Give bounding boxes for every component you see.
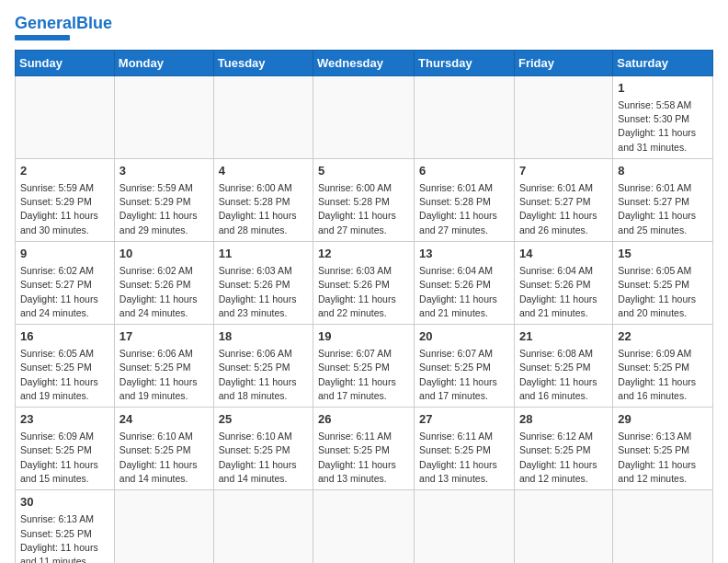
day-info: Sunrise: 6:06 AMSunset: 5:25 PMDaylight:… xyxy=(119,347,209,403)
day-number: 13 xyxy=(419,246,509,262)
week-row-1: 1Sunrise: 5:58 AMSunset: 5:30 PMDaylight… xyxy=(16,75,713,158)
day-cell: 1Sunrise: 5:58 AMSunset: 5:30 PMDaylight… xyxy=(613,75,713,158)
day-info: Sunrise: 6:05 AMSunset: 5:25 PMDaylight:… xyxy=(618,264,708,320)
day-cell: 12Sunrise: 6:03 AMSunset: 5:26 PMDayligh… xyxy=(313,241,415,324)
day-cell: 19Sunrise: 6:07 AMSunset: 5:25 PMDayligh… xyxy=(313,324,415,407)
day-cell: 7Sunrise: 6:01 AMSunset: 5:27 PMDaylight… xyxy=(514,158,612,241)
day-number: 17 xyxy=(119,328,209,345)
day-number: 9 xyxy=(20,246,109,262)
weekday-monday: Monday xyxy=(114,50,213,75)
weekday-friday: Friday xyxy=(514,50,612,75)
day-info: Sunrise: 6:09 AMSunset: 5:25 PMDaylight:… xyxy=(618,347,708,403)
day-cell xyxy=(415,75,515,158)
weekday-header-row: SundayMondayTuesdayWednesdayThursdayFrid… xyxy=(16,50,713,75)
day-cell: 30Sunrise: 6:13 AMSunset: 5:25 PMDayligh… xyxy=(16,490,115,563)
day-info: Sunrise: 6:08 AMSunset: 5:25 PMDaylight:… xyxy=(519,347,608,403)
day-cell: 23Sunrise: 6:09 AMSunset: 5:25 PMDayligh… xyxy=(16,408,115,490)
weekday-wednesday: Wednesday xyxy=(313,50,415,75)
header: GeneralBlue xyxy=(15,15,713,40)
logo-text: GeneralBlue xyxy=(15,15,112,33)
day-number: 1 xyxy=(618,80,708,97)
weekday-sunday: Sunday xyxy=(16,50,115,75)
day-info: Sunrise: 5:59 AMSunset: 5:29 PMDaylight:… xyxy=(20,181,109,237)
day-number: 30 xyxy=(20,494,109,511)
day-cell: 16Sunrise: 6:05 AMSunset: 5:25 PMDayligh… xyxy=(16,324,115,407)
day-info: Sunrise: 6:13 AMSunset: 5:25 PMDaylight:… xyxy=(20,512,109,563)
day-number: 7 xyxy=(519,163,608,179)
day-info: Sunrise: 5:58 AMSunset: 5:30 PMDaylight:… xyxy=(618,98,708,155)
day-info: Sunrise: 6:00 AMSunset: 5:28 PMDaylight:… xyxy=(318,181,409,237)
week-row-2: 2Sunrise: 5:59 AMSunset: 5:29 PMDaylight… xyxy=(16,158,713,241)
day-number: 22 xyxy=(618,328,708,345)
week-row-4: 16Sunrise: 6:05 AMSunset: 5:25 PMDayligh… xyxy=(16,324,713,407)
day-cell xyxy=(114,75,213,158)
day-number: 6 xyxy=(419,163,509,179)
day-info: Sunrise: 6:13 AMSunset: 5:25 PMDaylight:… xyxy=(618,430,708,486)
day-cell: 9Sunrise: 6:02 AMSunset: 5:27 PMDaylight… xyxy=(16,241,115,324)
day-cell: 11Sunrise: 6:03 AMSunset: 5:26 PMDayligh… xyxy=(213,241,313,324)
day-info: Sunrise: 6:11 AMSunset: 5:25 PMDaylight:… xyxy=(318,430,409,486)
day-number: 10 xyxy=(119,246,209,262)
calendar-table: SundayMondayTuesdayWednesdayThursdayFrid… xyxy=(15,50,713,563)
day-number: 26 xyxy=(318,411,409,428)
day-info: Sunrise: 6:02 AMSunset: 5:26 PMDaylight:… xyxy=(119,264,209,320)
logo-blue: Blue xyxy=(76,14,112,32)
day-info: Sunrise: 5:59 AMSunset: 5:29 PMDaylight:… xyxy=(119,181,209,237)
logo: GeneralBlue xyxy=(15,15,112,40)
day-number: 8 xyxy=(618,163,708,179)
day-cell: 29Sunrise: 6:13 AMSunset: 5:25 PMDayligh… xyxy=(613,408,713,490)
day-cell xyxy=(114,490,213,563)
day-cell: 26Sunrise: 6:11 AMSunset: 5:25 PMDayligh… xyxy=(313,408,415,490)
week-row-3: 9Sunrise: 6:02 AMSunset: 5:27 PMDaylight… xyxy=(16,241,713,324)
day-cell xyxy=(16,75,115,158)
day-cell: 27Sunrise: 6:11 AMSunset: 5:25 PMDayligh… xyxy=(415,408,515,490)
day-cell: 14Sunrise: 6:04 AMSunset: 5:26 PMDayligh… xyxy=(514,241,612,324)
day-cell xyxy=(213,75,313,158)
day-info: Sunrise: 6:01 AMSunset: 5:27 PMDaylight:… xyxy=(519,181,608,237)
day-cell: 4Sunrise: 6:00 AMSunset: 5:28 PMDaylight… xyxy=(213,158,313,241)
week-row-6: 30Sunrise: 6:13 AMSunset: 5:25 PMDayligh… xyxy=(16,490,713,563)
day-number: 25 xyxy=(219,411,308,428)
day-cell: 21Sunrise: 6:08 AMSunset: 5:25 PMDayligh… xyxy=(514,324,612,407)
day-info: Sunrise: 6:12 AMSunset: 5:25 PMDaylight:… xyxy=(519,430,608,486)
day-info: Sunrise: 6:11 AMSunset: 5:25 PMDaylight:… xyxy=(419,430,509,486)
day-number: 27 xyxy=(419,411,509,428)
day-info: Sunrise: 6:03 AMSunset: 5:26 PMDaylight:… xyxy=(318,264,409,320)
day-cell: 3Sunrise: 5:59 AMSunset: 5:29 PMDaylight… xyxy=(114,158,213,241)
logo-general: General xyxy=(15,14,76,32)
day-number: 3 xyxy=(119,163,209,179)
day-number: 23 xyxy=(20,411,109,428)
day-cell: 2Sunrise: 5:59 AMSunset: 5:29 PMDaylight… xyxy=(16,158,115,241)
day-info: Sunrise: 6:01 AMSunset: 5:28 PMDaylight:… xyxy=(419,181,509,237)
logo-bar xyxy=(15,35,70,40)
day-cell: 6Sunrise: 6:01 AMSunset: 5:28 PMDaylight… xyxy=(415,158,515,241)
day-info: Sunrise: 6:09 AMSunset: 5:25 PMDaylight:… xyxy=(20,430,109,486)
day-cell: 15Sunrise: 6:05 AMSunset: 5:25 PMDayligh… xyxy=(613,241,713,324)
day-cell xyxy=(613,490,713,563)
day-number: 5 xyxy=(318,163,409,179)
day-cell xyxy=(514,490,612,563)
day-number: 11 xyxy=(219,246,308,262)
week-row-5: 23Sunrise: 6:09 AMSunset: 5:25 PMDayligh… xyxy=(16,408,713,490)
day-cell xyxy=(213,490,313,563)
day-cell: 8Sunrise: 6:01 AMSunset: 5:27 PMDaylight… xyxy=(613,158,713,241)
day-number: 2 xyxy=(20,163,109,179)
day-number: 14 xyxy=(519,246,608,262)
day-number: 21 xyxy=(519,328,608,345)
day-cell: 25Sunrise: 6:10 AMSunset: 5:25 PMDayligh… xyxy=(213,408,313,490)
day-cell: 10Sunrise: 6:02 AMSunset: 5:26 PMDayligh… xyxy=(114,241,213,324)
day-cell xyxy=(514,75,612,158)
weekday-tuesday: Tuesday xyxy=(213,50,313,75)
day-cell xyxy=(415,490,515,563)
day-info: Sunrise: 6:07 AMSunset: 5:25 PMDaylight:… xyxy=(318,347,409,403)
day-number: 19 xyxy=(318,328,409,345)
day-info: Sunrise: 6:04 AMSunset: 5:26 PMDaylight:… xyxy=(419,264,509,320)
day-cell: 13Sunrise: 6:04 AMSunset: 5:26 PMDayligh… xyxy=(415,241,515,324)
day-info: Sunrise: 6:10 AMSunset: 5:25 PMDaylight:… xyxy=(219,430,308,486)
day-info: Sunrise: 6:07 AMSunset: 5:25 PMDaylight:… xyxy=(419,347,509,403)
day-info: Sunrise: 6:03 AMSunset: 5:26 PMDaylight:… xyxy=(219,264,308,320)
day-number: 12 xyxy=(318,246,409,262)
day-number: 4 xyxy=(219,163,308,179)
day-info: Sunrise: 6:05 AMSunset: 5:25 PMDaylight:… xyxy=(20,347,109,403)
day-cell: 28Sunrise: 6:12 AMSunset: 5:25 PMDayligh… xyxy=(514,408,612,490)
